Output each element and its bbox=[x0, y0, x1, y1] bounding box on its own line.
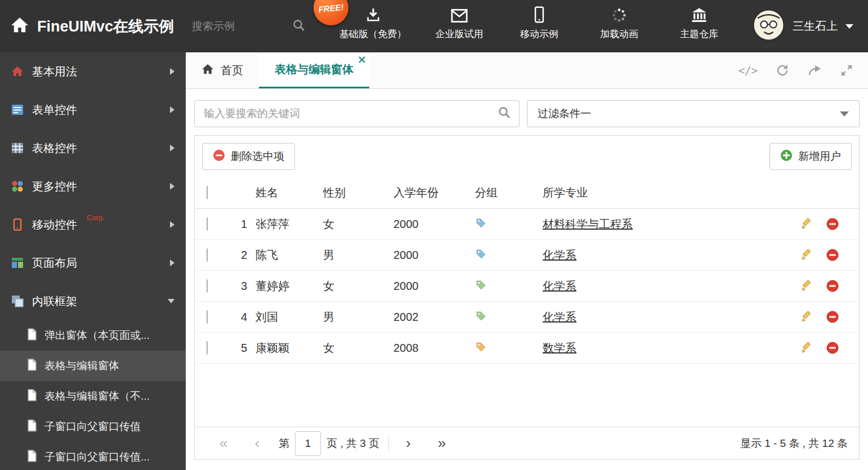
expand-icon[interactable] bbox=[840, 64, 853, 77]
sidebar-subitem-popup-window[interactable]: 弹出窗体（本页面或... bbox=[0, 320, 186, 351]
row-checkbox[interactable] bbox=[207, 248, 208, 262]
spinner-icon bbox=[611, 6, 627, 23]
sidebar-item-page-layout[interactable]: 页面布局 bbox=[0, 244, 186, 282]
sidebar-item-more-controls[interactable]: 更多控件 bbox=[0, 167, 186, 205]
keyword-search-input[interactable] bbox=[203, 107, 498, 120]
nav-item-loading-animation[interactable]: 加载动画 bbox=[592, 6, 646, 46]
column-header-gender[interactable]: 性别 bbox=[323, 185, 393, 200]
row-checkbox[interactable] bbox=[207, 217, 208, 231]
bank-icon bbox=[691, 6, 708, 23]
sidebar-item-mobile-controls[interactable]: 移动控件 Corp. bbox=[0, 205, 186, 244]
tag-icon bbox=[475, 310, 486, 321]
major-link[interactable]: 化学系 bbox=[543, 280, 576, 292]
minus-circle-icon bbox=[213, 149, 225, 164]
cell-gender: 男 bbox=[323, 310, 393, 325]
tab-label: 表格与编辑窗体 bbox=[275, 62, 354, 77]
sidebar-item-grid-controls[interactable]: 表格控件 bbox=[0, 129, 186, 167]
grid-header-row: 姓名 性别 入学年份 分组 所学专业 bbox=[195, 177, 859, 209]
nav-label: 企业版试用 bbox=[436, 28, 484, 41]
chevron-right-icon bbox=[170, 183, 175, 190]
row-checkbox[interactable] bbox=[207, 310, 208, 324]
chevron-down-icon bbox=[840, 111, 849, 117]
delete-row-icon[interactable] bbox=[826, 218, 839, 230]
filter-dropdown-value: 过滤条件一 bbox=[538, 106, 591, 121]
tab-tools: </> bbox=[739, 52, 868, 88]
row-number: 5 bbox=[233, 342, 256, 355]
edit-pencil-icon[interactable] bbox=[800, 249, 813, 261]
edit-pencil-icon[interactable] bbox=[800, 280, 813, 292]
nav-label: 移动示例 bbox=[520, 28, 558, 41]
tab-home[interactable]: 首页 bbox=[186, 52, 259, 88]
column-header-year[interactable]: 入学年份 bbox=[393, 185, 475, 200]
search-icon[interactable] bbox=[498, 106, 511, 122]
nav-item-basic-free[interactable]: FREE! 基础版（免费） bbox=[339, 6, 406, 46]
filter-dropdown[interactable]: 过滤条件一 bbox=[527, 100, 860, 127]
delete-row-icon[interactable] bbox=[826, 311, 839, 323]
delete-selected-button[interactable]: 删除选中项 bbox=[202, 143, 295, 170]
sidebar: 基本用法 表单控件 表格控件 更多控件 bbox=[0, 52, 186, 470]
source-code-icon[interactable]: </> bbox=[739, 64, 758, 77]
chevron-down-icon bbox=[168, 299, 175, 303]
file-icon bbox=[27, 450, 37, 465]
prev-page-button[interactable]: ‹ bbox=[241, 435, 273, 452]
first-page-button[interactable]: « bbox=[206, 435, 241, 452]
plus-circle-icon bbox=[780, 149, 793, 164]
sidebar-item-label: 更多控件 bbox=[32, 179, 77, 194]
cell-name: 康颖颖 bbox=[256, 341, 323, 356]
row-checkbox[interactable] bbox=[207, 279, 208, 293]
tab-grid-edit-window[interactable]: 表格与编辑窗体 bbox=[259, 52, 369, 88]
sidebar-subitem-grid-edit-window-2[interactable]: 表格与编辑窗体（不... bbox=[0, 381, 186, 411]
tag-icon bbox=[475, 279, 486, 290]
major-link[interactable]: 数学系 bbox=[543, 342, 576, 354]
tag-icon bbox=[475, 217, 486, 229]
divider bbox=[388, 435, 389, 452]
close-icon[interactable] bbox=[359, 56, 365, 63]
major-link[interactable]: 材料科学与工程系 bbox=[543, 218, 633, 230]
app-window: FineUIMvc在线示例 FREE! 基础版（免费） 企业版试用 bbox=[0, 0, 868, 470]
main-area: 首页 表格与编辑窗体 </> bbox=[186, 52, 868, 470]
cell-year: 2000 bbox=[393, 218, 475, 231]
user-menu[interactable]: 三生石上 bbox=[753, 9, 868, 44]
search-icon[interactable] bbox=[292, 19, 306, 34]
page-number-input[interactable] bbox=[295, 431, 321, 456]
tab-label: 首页 bbox=[221, 63, 243, 78]
tag-icon bbox=[475, 341, 486, 352]
nav-item-mobile-demo[interactable]: 移动示例 bbox=[512, 6, 566, 46]
header-search-input[interactable] bbox=[191, 20, 275, 33]
file-icon bbox=[27, 359, 37, 374]
delete-row-icon[interactable] bbox=[826, 342, 839, 354]
last-page-button[interactable]: » bbox=[424, 435, 459, 452]
chevron-right-icon bbox=[170, 68, 175, 75]
delete-row-icon[interactable] bbox=[826, 280, 839, 292]
edit-pencil-icon[interactable] bbox=[800, 311, 813, 323]
refresh-icon[interactable] bbox=[776, 64, 789, 77]
delete-row-icon[interactable] bbox=[826, 249, 839, 261]
sidebar-item-label: 内联框架 bbox=[32, 294, 77, 309]
table-row: 1 张萍萍 女 2000 材料科学与工程系 bbox=[195, 209, 859, 240]
major-link[interactable]: 化学系 bbox=[543, 249, 576, 261]
row-checkbox[interactable] bbox=[207, 341, 208, 355]
add-user-button[interactable]: 新增用户 bbox=[769, 143, 852, 170]
nav-item-theme-repo[interactable]: 主题仓库 bbox=[672, 6, 726, 46]
sidebar-item-basic-usage[interactable]: 基本用法 bbox=[0, 52, 186, 91]
keyword-search-box bbox=[194, 100, 520, 127]
file-icon bbox=[27, 389, 37, 404]
chevron-right-icon bbox=[170, 259, 175, 266]
edit-pencil-icon[interactable] bbox=[800, 218, 813, 230]
next-page-button[interactable]: › bbox=[392, 435, 424, 452]
sidebar-item-iframe[interactable]: 内联框架 bbox=[0, 282, 186, 320]
select-all-checkbox[interactable] bbox=[207, 186, 208, 199]
share-forward-icon[interactable] bbox=[807, 64, 822, 77]
edit-pencil-icon[interactable] bbox=[800, 342, 813, 354]
major-link[interactable]: 化学系 bbox=[543, 311, 576, 323]
column-header-name[interactable]: 姓名 bbox=[256, 185, 323, 200]
column-header-major[interactable]: 所学专业 bbox=[543, 185, 797, 200]
nav-item-enterprise-trial[interactable]: 企业版试用 bbox=[432, 6, 486, 46]
sidebar-subitem-child-to-parent-2[interactable]: 子窗口向父窗口传值... bbox=[0, 442, 186, 470]
sidebar-subitem-child-to-parent[interactable]: 子窗口向父窗口传值 bbox=[0, 411, 186, 442]
cell-name: 董婷婷 bbox=[256, 279, 323, 294]
column-header-group[interactable]: 分组 bbox=[475, 185, 543, 200]
sidebar-subitem-grid-edit-window[interactable]: 表格与编辑窗体 bbox=[0, 351, 186, 381]
brand[interactable]: FineUIMvc在线示例 bbox=[0, 16, 174, 37]
sidebar-item-form-controls[interactable]: 表单控件 bbox=[0, 91, 186, 129]
